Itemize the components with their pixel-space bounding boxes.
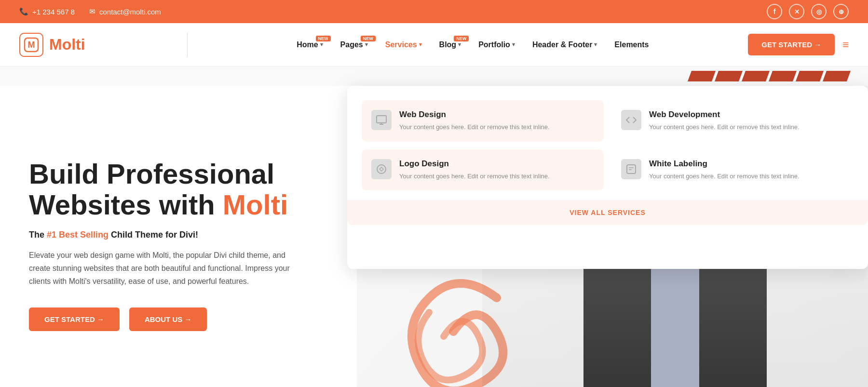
email-contact[interactable]: ✉ contact@molti.com (89, 7, 161, 16)
dribbble-icon[interactable]: ⊕ (833, 4, 849, 19)
hero-title-line2: Websites with (29, 189, 215, 220)
logo-area: M Molti (19, 33, 85, 57)
stripe-6 (823, 71, 851, 81)
main-nav: Home NEW ▾ Pages NEW ▾ Services ▾ Blog N… (290, 37, 655, 53)
stripe-2 (715, 71, 743, 81)
hero-get-started-button[interactable]: GET STARTED → (29, 307, 120, 331)
header: M Molti Home NEW ▾ Pages NEW ▾ Services … (0, 23, 868, 67)
nav-header-footer-label: Header & Footer (532, 40, 592, 49)
service-card-white-label[interactable]: White Labeling Your content goes here. E… (611, 149, 854, 191)
web-dev-info: Web Development Your content goes here. … (649, 110, 800, 132)
logo-icon[interactable]: M (19, 33, 43, 57)
subtitle-prefix: The (29, 230, 47, 240)
instagram-icon[interactable]: ◎ (811, 4, 827, 19)
nav-blog-badge: NEW (454, 36, 469, 41)
nav-pages-label: Pages (340, 40, 363, 49)
nav-blog-label: Blog (439, 40, 457, 49)
nav-header-footer-chevron: ▾ (594, 41, 597, 48)
svg-text:M: M (28, 40, 35, 50)
nav-blog-chevron: ▾ (458, 41, 461, 48)
web-design-title: Web Design (399, 110, 550, 120)
hamburger-icon[interactable]: ≡ (842, 39, 849, 51)
logo-design-icon (371, 159, 392, 179)
logo-design-info: Logo Design Your content goes here. Edit… (399, 159, 550, 181)
topbar-contacts: 📞 +1 234 567 8 ✉ contact@molti.com (19, 7, 161, 16)
nav-home[interactable]: Home NEW ▾ (290, 37, 329, 53)
stripe-4 (769, 71, 797, 81)
web-design-icon (371, 110, 392, 130)
nav-services[interactable]: Services ▾ (379, 37, 429, 53)
nav-pages-chevron: ▾ (365, 41, 368, 48)
stripe-3 (742, 71, 770, 81)
hero-subtitle: The #1 Best Selling Child Theme for Divi… (29, 230, 328, 240)
services-grid: Web Design Your content goes here. Edit … (362, 100, 854, 190)
logo-design-title: Logo Design (399, 159, 550, 169)
services-dropdown: Web Design Your content goes here. Edit … (347, 86, 868, 269)
hero-section: Build Professional Websites with Molti T… (0, 86, 357, 387)
nav-home-chevron: ▾ (320, 41, 323, 48)
nav-home-label: Home (297, 40, 318, 49)
nav-services-chevron: ▾ (419, 41, 422, 48)
stripe-bar (0, 67, 868, 86)
phone-number: +1 234 567 8 (32, 8, 75, 16)
view-all-services-button[interactable]: VIEW ALL SERVICES (347, 200, 868, 225)
service-card-web-design[interactable]: Web Design Your content goes here. Edit … (362, 100, 604, 142)
service-card-web-dev[interactable]: Web Development Your content goes here. … (611, 100, 854, 142)
hero-buttons: GET STARTED → ABOUT US → (29, 307, 328, 331)
logo-text[interactable]: Molti (49, 36, 85, 53)
nav-header-footer[interactable]: Header & Footer ▾ (526, 37, 604, 53)
nav-services-label: Services (385, 40, 417, 49)
hero-description: Elevate your web design game with Molti,… (29, 249, 299, 288)
web-dev-icon (621, 110, 641, 130)
nav-portfolio-label: Portfolio (478, 40, 510, 49)
topbar: 📞 +1 234 567 8 ✉ contact@molti.com f ✕ ◎… (0, 0, 868, 23)
header-right: GET STARTED → ≡ (748, 34, 849, 55)
email-address: contact@molti.com (99, 8, 161, 16)
phone-icon: 📞 (19, 7, 28, 16)
nav-home-badge: NEW (316, 36, 331, 41)
hero-about-us-button[interactable]: ABOUT US → (129, 307, 207, 331)
main-content: Build Professional Websites with Molti T… (0, 86, 868, 387)
web-dev-title: Web Development (649, 110, 800, 120)
subtitle-highlight: #1 Best Selling (47, 230, 108, 240)
nav-blog[interactable]: Blog NEW ▾ (433, 37, 468, 53)
nav-elements-label: Elements (614, 40, 649, 49)
hero-title-accent: Molti (223, 189, 288, 220)
white-label-title: White Labeling (649, 159, 800, 169)
nav-pages[interactable]: Pages NEW ▾ (334, 37, 375, 53)
hero-title-line1: Build Professional (29, 158, 274, 189)
twitter-icon[interactable]: ✕ (789, 4, 804, 19)
nav-divider (187, 33, 188, 57)
nav-pages-badge: NEW (361, 36, 376, 41)
web-design-info: Web Design Your content goes here. Edit … (399, 110, 550, 132)
white-label-info: White Labeling Your content goes here. E… (649, 159, 800, 181)
nav-elements[interactable]: Elements (608, 37, 655, 53)
topbar-social: f ✕ ◎ ⊕ (767, 4, 849, 19)
white-label-icon (621, 159, 641, 179)
svg-rect-2 (377, 116, 386, 123)
stripe-1 (688, 71, 716, 81)
service-card-logo[interactable]: Logo Design Your content goes here. Edit… (362, 149, 604, 191)
white-label-desc: Your content goes here. Edit or remove t… (649, 172, 800, 181)
header-cta-button[interactable]: GET STARTED → (748, 34, 835, 55)
nav-portfolio[interactable]: Portfolio ▾ (472, 37, 522, 53)
facebook-icon[interactable]: f (767, 4, 782, 19)
svg-rect-6 (627, 165, 636, 173)
hero-title: Build Professional Websites with Molti (29, 159, 328, 220)
web-dev-desc: Your content goes here. Edit or remove t… (649, 122, 800, 132)
nav-portfolio-chevron: ▾ (512, 41, 515, 48)
phone-contact[interactable]: 📞 +1 234 567 8 (19, 7, 75, 16)
email-icon: ✉ (89, 7, 95, 16)
stripe-5 (796, 71, 824, 81)
logo-design-desc: Your content goes here. Edit or remove t… (399, 172, 550, 181)
svg-point-5 (377, 165, 386, 173)
web-design-desc: Your content goes here. Edit or remove t… (399, 122, 550, 132)
subtitle-suffix: Child Theme for Divi! (108, 230, 198, 240)
